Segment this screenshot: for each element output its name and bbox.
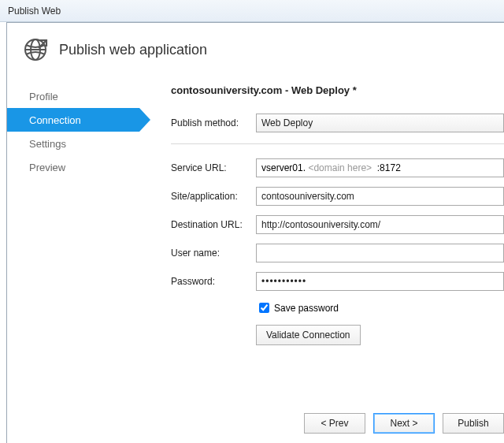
site-app-input[interactable] [256,187,504,206]
row-site-application: Site/application: [171,187,504,206]
site-app-label: Site/application: [171,191,256,202]
validate-connection-button[interactable]: Validate Connection [256,325,361,345]
next-button[interactable]: Next > [373,413,435,434]
sidebar-item-profile[interactable]: Profile [7,84,139,108]
window-body: Publish web application Profile Connecti… [6,22,504,443]
sidebar-label: Profile [29,91,58,102]
service-url-prefix: vserver01. [261,162,306,173]
publish-button[interactable]: Publish [443,413,504,434]
globe-publish-icon [23,37,48,62]
destination-url-input[interactable] [256,215,504,234]
password-input[interactable] [256,272,504,291]
sidebar-item-settings[interactable]: Settings [7,132,139,155]
profile-name-title: contosouniversity.com - Web Deploy * [171,84,504,96]
destination-url-label: Destination URL: [171,219,256,230]
sidebar-item-connection[interactable]: Connection [7,108,139,132]
main-panel: contosouniversity.com - Web Deploy * Pub… [139,78,504,345]
service-url-label: Service URL: [171,162,256,173]
service-url-hint: <domain here> [308,162,372,173]
header: Publish web application [7,23,504,72]
sidebar-label: Connection [29,114,81,126]
row-service-url: Service URL: vserver01. <domain here> :8… [171,158,504,177]
publish-method-select[interactable]: Web Deploy [256,114,504,132]
row-publish-method: Publish method: Web Deploy [171,114,504,132]
sidebar-label: Preview [29,162,65,173]
user-name-input[interactable] [256,244,504,262]
footer-buttons: < Prev Next > Publish [304,413,504,434]
service-url-suffix: :8172 [377,162,401,173]
divider [171,143,504,144]
page-title: Publish web application [59,42,207,58]
service-url-input[interactable]: vserver01. <domain here> :8172 [256,158,504,177]
password-label: Password: [171,276,256,287]
publish-method-label: Publish method: [171,117,256,128]
save-password-label: Save password [274,303,339,314]
user-name-label: User name: [171,248,256,259]
save-password-checkbox[interactable] [259,303,269,313]
row-user-name: User name: [171,244,504,262]
row-password: Password: [171,272,504,291]
sidebar-item-preview[interactable]: Preview [7,155,139,179]
sidebar: Profile Connection Settings Preview [7,78,139,345]
titlebar: Publish Web [0,0,504,22]
row-destination-url: Destination URL: [171,215,504,234]
window-title: Publish Web [8,6,61,17]
sidebar-label: Settings [29,138,66,150]
prev-button[interactable]: < Prev [304,413,365,434]
save-password-row: Save password [256,300,504,315]
content: Profile Connection Settings Preview cont… [7,72,504,345]
